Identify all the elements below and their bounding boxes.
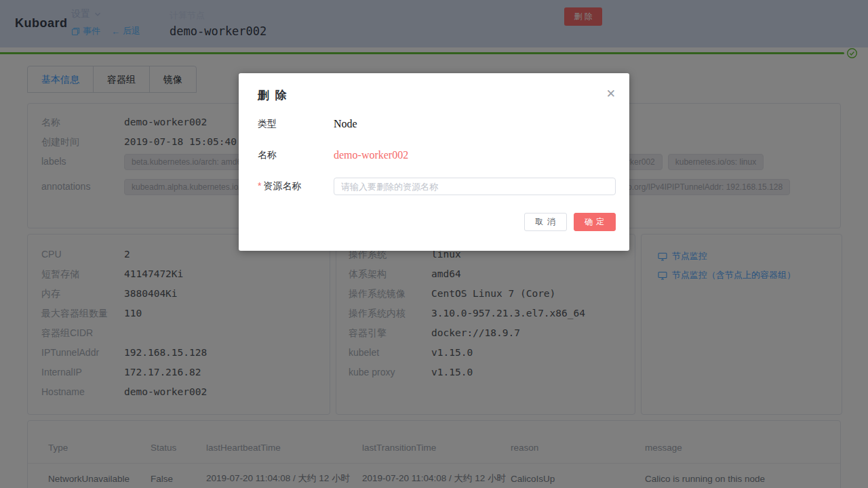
resource-name-label: *资源名称	[258, 180, 334, 192]
dialog-row-name: 名称 demo-worker002	[252, 140, 616, 171]
dialog-title: 删 除	[252, 73, 616, 103]
name-value: demo-worker002	[334, 149, 408, 161]
delete-dialog: 删 除 ✕ 类型 Node 名称 demo-worker002 *资源名称 取 …	[239, 73, 629, 251]
dialog-row-type: 类型 Node	[252, 108, 616, 140]
confirm-button[interactable]: 确 定	[574, 213, 616, 231]
cancel-button[interactable]: 取 消	[524, 213, 566, 231]
resource-name-label-text: 资源名称	[263, 180, 301, 191]
name-label: 名称	[258, 149, 334, 161]
dialog-row-resource-name: *资源名称	[252, 171, 616, 202]
type-label: 类型	[258, 118, 334, 130]
required-asterisk: *	[258, 180, 261, 191]
type-value: Node	[334, 118, 357, 130]
dialog-body: 类型 Node 名称 demo-worker002 *资源名称	[252, 108, 616, 202]
dialog-footer: 取 消 确 定	[252, 213, 616, 231]
close-icon[interactable]: ✕	[605, 87, 617, 101]
resource-name-input[interactable]	[334, 178, 616, 195]
